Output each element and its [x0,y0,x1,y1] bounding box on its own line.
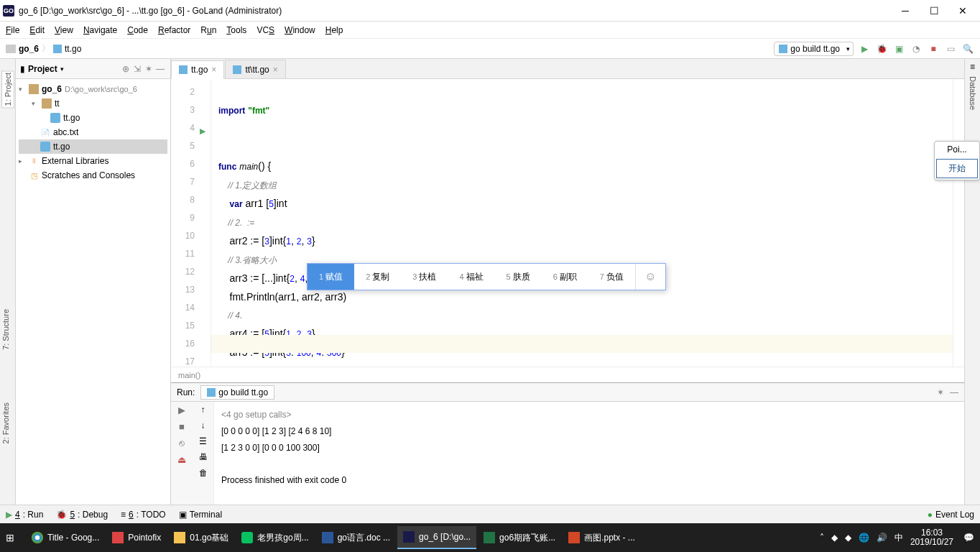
app-icon: GO [3,5,14,17]
tray-app-icon[interactable]: ◆ [831,533,838,543]
tree-root[interactable]: ▾ go_6 D:\go_work\src\go_6 [19,82,167,96]
ime-candidate[interactable]: 4福祉 [448,264,494,290]
menu-code[interactable]: Code [127,25,148,35]
task-chrome[interactable]: Title - Goog... [26,526,105,549]
ime-emoji-button[interactable]: ☺ [635,264,665,290]
pointofix-popup[interactable]: Poi... 开始 [934,141,980,180]
wrap-icon[interactable]: ☰ [199,436,207,446]
tool-project-tab[interactable]: 1: Project [1,70,14,108]
console-output[interactable]: <4 go setup calls> [0 0 0 0 0] [1 2 3] [… [214,402,964,505]
breadcrumb[interactable]: go_6 〉 tt.go [6,42,81,55]
task-ppt[interactable]: 画图.pptx - ... [563,526,641,549]
tree-label: tt.go [63,113,80,123]
ime-candidate[interactable]: 5肤质 [495,264,542,290]
minimize-button[interactable]: ─ [891,1,920,21]
ime-candidate[interactable]: 6副职 [542,264,588,290]
line-gutter: 23456789101112131415161718 ▶ [171,79,211,367]
tray-network-icon[interactable]: 🌐 [859,533,869,543]
ime-candidate[interactable]: 1赋值 [308,264,354,290]
folder-icon: ▮ [20,64,25,74]
menu-file[interactable]: File [6,25,19,35]
editor-overview-ruler[interactable] [953,79,964,367]
menu-tools[interactable]: Tools [226,25,246,35]
task-word[interactable]: go语言.doc ... [316,526,396,549]
tree-file-abc[interactable]: 📄 abc.txt [19,125,167,139]
tool-terminal[interactable]: ▣ Terminal [179,510,222,520]
search-button[interactable]: 🔍 [961,42,974,55]
menu-help[interactable]: Help [325,25,343,35]
task-wechat[interactable]: 老男孩go周... [236,526,314,549]
run-button[interactable]: ▶ [858,42,871,55]
menu-vcs[interactable]: VCS [256,25,274,35]
profile-button[interactable]: ◔ [910,42,923,55]
tool-debug[interactable]: 🐞 5: Debug [56,510,108,520]
close-icon[interactable]: × [211,65,216,75]
editor-tab-tt-ttgo[interactable]: tt\tt.go × [225,60,285,78]
exit-icon[interactable]: ⎋ [179,438,185,448]
settings-icon[interactable]: ✶ [937,387,944,397]
menu-edit[interactable]: Edit [29,25,45,35]
up-icon[interactable]: ↑ [201,405,205,415]
ime-candidate[interactable]: 3扶植 [401,264,448,290]
menu-window[interactable]: Window [285,25,315,35]
tool-run[interactable]: ▶4: Run [6,510,43,520]
down-icon[interactable]: ↓ [201,420,205,431]
start-button[interactable]: ⊞ [6,532,26,543]
layout-button[interactable]: ▭ [944,42,957,55]
tree-file-tt-tt[interactable]: tt.go [19,111,167,125]
task-explorer[interactable]: 01.go基础 [168,526,234,549]
task-goland[interactable]: go_6 [D:\go... [397,526,476,549]
tree-scratches[interactable]: ◳ Scratches and Consoles [19,168,167,183]
tool-database-tab[interactable]: Database [969,76,977,110]
trash-icon[interactable]: 🗑 [199,468,208,478]
run-config-combo[interactable]: go build tt.go [774,42,854,56]
close-icon[interactable]: × [273,65,278,75]
run-gutter-icon[interactable]: ▶ [200,122,205,140]
tray-app-icon[interactable]: ◆ [845,533,851,543]
editor-body[interactable]: 23456789101112131415161718 ▶ import "fmt… [171,79,964,367]
hide-icon[interactable]: — [154,64,166,74]
gofile-icon [779,45,787,53]
coverage-button[interactable]: ▣ [892,42,905,55]
tray-volume-icon[interactable]: 🔊 [877,533,887,543]
stop-button[interactable]: ■ [927,42,940,55]
tool-structure-tab[interactable]: 7: Structure [1,309,10,350]
menu-refactor[interactable]: Refactor [158,25,190,35]
close-button[interactable]: ✕ [948,1,977,21]
menu-view[interactable]: View [55,25,73,35]
tool-event-log[interactable]: ●Event Log [928,510,974,520]
database-icon[interactable]: ≡ [970,62,975,72]
editor-breadcrumb[interactable]: main() [171,367,964,382]
run-config-tab[interactable]: go build tt.go [200,385,274,400]
hide-icon[interactable]: — [950,387,958,397]
ime-candidate[interactable]: 2复制 [354,264,401,290]
tree-external-libs[interactable]: ▸⫴ External Libraries [19,154,167,168]
code-area[interactable]: import "fmt" func main() { // 1.定义数组 var… [211,79,953,367]
rerun-icon[interactable]: ▶ [178,405,185,415]
tree-folder-tt[interactable]: ▾ tt [19,96,167,111]
ime-candidate[interactable]: 7负值 [588,264,635,290]
tray-notifications-icon[interactable]: 💬 [963,533,974,543]
tree-file-ttgo[interactable]: tt.go [19,139,167,154]
task-excel[interactable]: go6期路飞账... [478,526,561,549]
print-icon[interactable]: 🖶 [199,452,208,462]
tray-clock[interactable]: 16:032019/10/27 [910,528,956,547]
scroll-from-source-icon[interactable]: ⊕ [120,64,131,74]
maximize-button[interactable]: ☐ [920,1,948,21]
tray-chevron-up-icon[interactable]: ˄ [820,533,824,543]
stop-icon[interactable]: ■ [179,421,185,432]
menu-navigate[interactable]: Navigate [83,25,117,35]
tab-label: tt\tt.go [245,65,269,75]
collapse-all-icon[interactable]: ⇲ [131,64,143,74]
debug-button[interactable]: 🐞 [875,42,888,55]
tool-favorites-tab[interactable]: 2: Favorites [1,402,10,443]
editor-tab-ttgo[interactable]: tt.go × [171,60,224,79]
menu-run[interactable]: Run [200,25,216,35]
pointofix-start-button[interactable]: 开始 [936,159,978,178]
tool-todo[interactable]: ≡ 6: TODO [121,510,166,520]
tray-ime-icon[interactable]: 中 [895,532,903,544]
project-tree: ▾ go_6 D:\go_work\src\go_6 ▾ tt tt.go 📄 … [16,79,170,185]
task-pointofix[interactable]: Pointofix [106,526,167,549]
dump-icon[interactable]: ⏏ [177,454,186,465]
settings-icon[interactable]: ✶ [143,64,154,74]
